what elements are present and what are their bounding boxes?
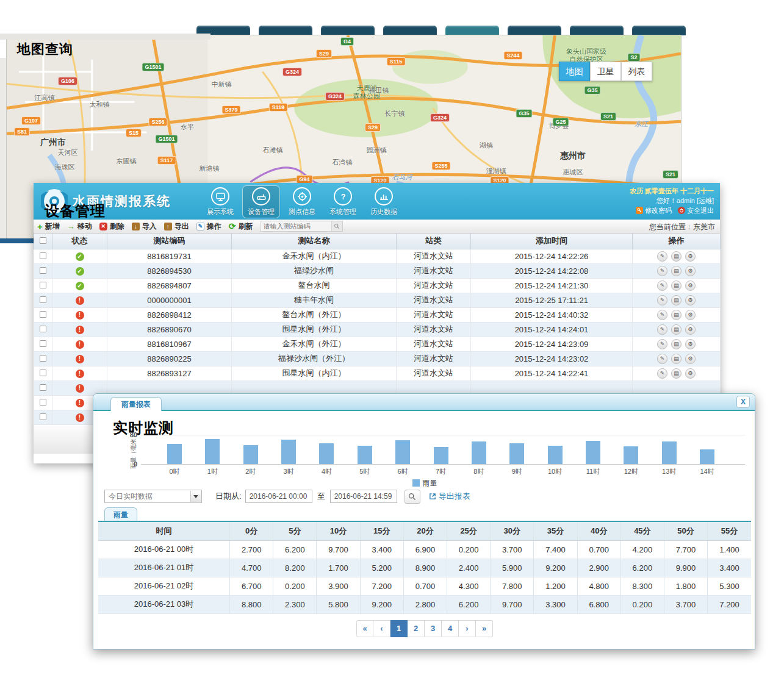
page-nav-button[interactable]: »	[476, 620, 493, 637]
page-button[interactable]: 3	[425, 620, 442, 637]
browser-tab[interactable]	[321, 26, 375, 35]
map-type-button[interactable]: 列表	[621, 62, 652, 81]
toolbar-button[interactable]: →移动	[67, 221, 92, 232]
close-icon[interactable]: X	[736, 396, 750, 408]
row-checkbox[interactable]	[40, 384, 46, 391]
settings-gear-icon[interactable]: ⚙	[685, 266, 696, 276]
browser-tab[interactable]	[632, 26, 686, 35]
row-checkbox[interactable]	[40, 355, 46, 362]
delete-icon[interactable]: ▤	[671, 266, 682, 276]
rain-value: 6.200	[620, 559, 664, 577]
edit-icon[interactable]: ✎	[657, 354, 667, 364]
map-place-label: 湖镇	[480, 141, 493, 150]
delete-icon[interactable]: ▤	[671, 339, 682, 349]
page-button[interactable]: 2	[408, 620, 425, 637]
settings-gear-icon[interactable]: ⚙	[685, 280, 696, 291]
map-place-label: 太和镇	[90, 100, 110, 109]
settings-gear-icon[interactable]: ⚙	[685, 251, 696, 262]
preset-dropdown[interactable]: 今日实时数据	[104, 490, 202, 503]
toolbar-button[interactable]: ⟳刷新	[229, 221, 253, 232]
rain-bar	[358, 446, 372, 464]
page-button[interactable]: 4	[442, 620, 459, 637]
row-checkbox[interactable]	[40, 413, 46, 420]
rain-bar	[281, 440, 296, 464]
edit-icon[interactable]: ✎	[657, 339, 667, 349]
import-icon: ↓	[132, 223, 140, 230]
settings-gear-icon[interactable]: ⚙	[685, 368, 696, 379]
toolbar-button[interactable]: ✕删除	[99, 221, 124, 232]
delete-icon[interactable]: ▤	[671, 368, 682, 379]
settings-gear-icon[interactable]: ⚙	[685, 324, 696, 335]
nav-item-question[interactable]: ?系统管理	[324, 185, 362, 218]
add-button[interactable]: +新增	[37, 221, 60, 232]
nav-item-monitor[interactable]: 展示系统	[201, 185, 239, 218]
edit-icon[interactable]: ✎	[657, 280, 667, 291]
tab-rain-report[interactable]: 雨量报表	[110, 397, 162, 411]
search-icon[interactable]	[405, 490, 420, 504]
settings-gear-icon[interactable]: ⚙	[685, 310, 696, 320]
toolbar-button[interactable]: ✎操作	[196, 221, 221, 232]
date-to-input[interactable]	[330, 490, 397, 503]
page-nav-button[interactable]: «	[356, 620, 373, 637]
nav-label: 测点信息	[289, 207, 315, 216]
table-header-row: 时间0分5分10分15分20分25分30分35分40分45分50分55分	[98, 521, 751, 540]
row-checkbox[interactable]	[40, 296, 46, 303]
row-checkbox[interactable]	[40, 282, 46, 288]
rain-value: 7.200	[360, 577, 403, 595]
lunar-date: 农历 贰零壹伍年 十二月十一	[630, 186, 714, 196]
settings-gear-icon[interactable]: ⚙	[685, 295, 696, 305]
rain-value: 5.200	[360, 559, 403, 577]
status-ok-icon	[76, 267, 84, 276]
delete-icon[interactable]: ▤	[671, 310, 682, 320]
browser-tab[interactable]	[570, 26, 624, 35]
nav-item-chart[interactable]: 历史数据	[365, 185, 403, 218]
edit-icon[interactable]: ✎	[657, 368, 667, 379]
change-password-link[interactable]: 修改密码	[636, 205, 672, 215]
page-nav-button[interactable]: ›	[459, 620, 476, 637]
edit-icon[interactable]: ✎	[657, 266, 667, 276]
row-checkbox[interactable]	[40, 252, 46, 259]
station-code: 8826898412	[107, 307, 232, 322]
delete-icon[interactable]: ▤	[671, 251, 682, 262]
browser-tab[interactable]	[259, 26, 312, 35]
browser-tab[interactable]	[445, 26, 499, 35]
browser-tab[interactable]	[383, 26, 437, 35]
row-checkbox[interactable]	[40, 267, 46, 274]
row-checkbox[interactable]	[40, 326, 46, 332]
toolbar-button[interactable]: ↓导入	[132, 221, 157, 232]
row-checkbox[interactable]	[40, 399, 46, 406]
tab-rain-data[interactable]: 雨量	[104, 507, 137, 521]
road-badge: G4	[340, 37, 354, 46]
road-badge: G35	[516, 109, 532, 118]
delete-icon[interactable]: ▤	[671, 280, 682, 291]
logout-link[interactable]: 安全退出	[678, 205, 714, 215]
map-type-button[interactable]: 卫星	[590, 62, 621, 81]
delete-icon[interactable]: ▤	[671, 295, 682, 305]
station-type: 河道水文站	[397, 278, 471, 293]
edit-icon[interactable]: ✎	[657, 324, 667, 335]
nav-item-target[interactable]: 测点信息	[283, 185, 321, 218]
map-type-button[interactable]: 地图	[559, 62, 590, 81]
browser-tab[interactable]	[508, 26, 561, 35]
settings-gear-icon[interactable]: ⚙	[685, 339, 696, 349]
page-button[interactable]: 1	[390, 620, 408, 637]
delete-icon[interactable]: ▤	[671, 324, 682, 335]
date-from-input[interactable]	[245, 490, 312, 503]
edit-icon[interactable]: ✎	[657, 310, 667, 320]
edit-icon[interactable]: ✎	[657, 251, 667, 262]
plus-icon: +	[37, 221, 43, 232]
station-search-input[interactable]	[261, 221, 331, 231]
toolbar-button[interactable]: ↑导出	[164, 221, 189, 232]
settings-gear-icon[interactable]: ⚙	[685, 354, 696, 364]
delete-icon[interactable]: ▤	[671, 354, 682, 364]
row-checkbox[interactable]	[40, 340, 46, 347]
search-icon[interactable]	[331, 221, 342, 231]
row-checkbox[interactable]	[40, 370, 46, 376]
page-nav-button[interactable]: ‹	[373, 620, 390, 637]
edit-icon[interactable]: ✎	[657, 295, 667, 305]
export-report-link[interactable]: 导出报表	[429, 491, 470, 502]
row-checkbox[interactable]	[40, 311, 46, 318]
select-all-checkbox[interactable]	[40, 237, 46, 244]
station-name: 鳌台水闸	[232, 278, 397, 293]
nav-item-device[interactable]: 设备管理	[242, 185, 280, 218]
